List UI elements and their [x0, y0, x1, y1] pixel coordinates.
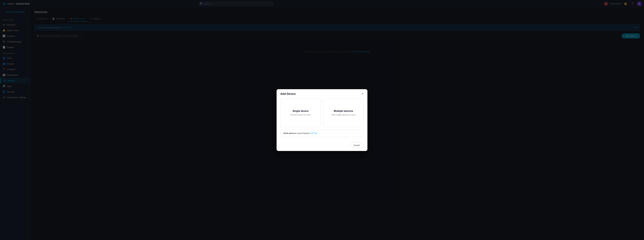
csv-file-link[interactable]: CSV file — [310, 132, 317, 134]
multiple-devices-subtitle: Add multiple devices at once — [332, 114, 356, 116]
cancel-button[interactable]: Cancel — [350, 143, 364, 148]
add-device-modal: Add Device ✕ Single device Add one devic… — [276, 89, 368, 151]
single-device-title: Single device — [292, 110, 308, 112]
single-device-card[interactable]: Single device Add one device at a time — [280, 99, 321, 127]
bulk-prefix: Bulk devices — [284, 132, 296, 134]
modal-header: Add Device ✕ — [276, 89, 368, 96]
single-device-subtitle: Add one device at a time — [290, 114, 311, 116]
modal-title: Add Device — [280, 92, 296, 96]
bulk-devices-row: Bulk devices Import/Upload CSV file — [280, 129, 364, 137]
modal-footer: Cancel — [276, 143, 368, 151]
multiple-devices-title: Multiple devices — [334, 110, 353, 112]
modal-cards-row: Single device Add one device at a time M… — [280, 99, 364, 127]
multiple-devices-card[interactable]: Multiple devices Add multiple devices at… — [323, 99, 364, 127]
modal-close-button[interactable]: ✕ — [361, 92, 364, 95]
modal-body: Single device Add one device at a time M… — [276, 96, 368, 143]
modal-overlay: Add Device ✕ Single device Add one devic… — [0, 0, 644, 240]
